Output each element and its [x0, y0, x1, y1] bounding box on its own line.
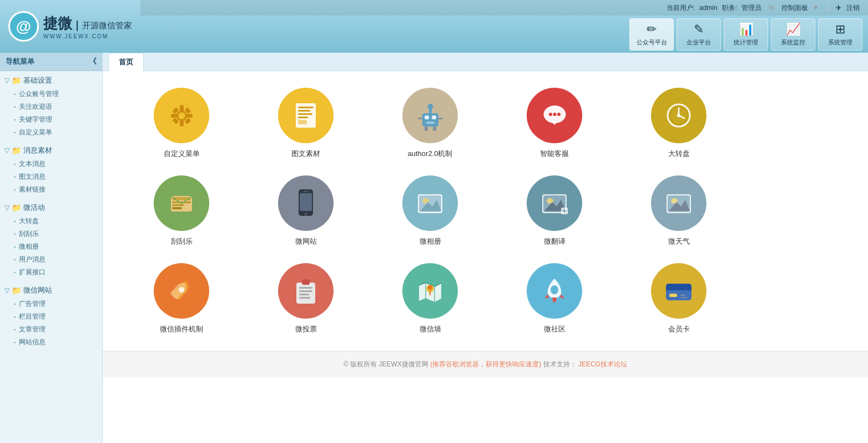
nav-buttons: ✏ 公众号平台 ✎ 企业平台 📊 统计管理 📈 系统监控 ⊞ 系统管理	[624, 16, 868, 53]
sidebar-item-public-account[interactable]: ▪ 公众账号管理	[3, 88, 102, 100]
icon-item-author2[interactable]: author2.0机制	[374, 88, 487, 159]
chat-icon	[539, 100, 570, 131]
sidebar-item-ext-api[interactable]: ▪ 扩展接口	[3, 266, 102, 279]
sidebar-item-user-message[interactable]: ▪ 用户消息	[3, 253, 102, 266]
folder-icon-website: 📁	[12, 286, 21, 295]
svg-rect-4	[171, 114, 177, 118]
svg-rect-68	[299, 297, 310, 299]
sidebar-item-ad-mgmt[interactable]: ▪ 广告管理	[3, 298, 102, 310]
svg-rect-24	[425, 127, 428, 131]
icon-item-micro-weather[interactable]: 微天气	[622, 175, 735, 246]
icon-circle-micro-weather	[651, 175, 706, 231]
logout-link[interactable]: 注销	[846, 3, 860, 13]
icon-item-member-card[interactable]: 会员卡	[622, 263, 735, 334]
user-name: admin	[699, 4, 718, 12]
icon-label-member-card: 会员卡	[668, 324, 690, 334]
icon-circle-big-wheel	[651, 88, 706, 143]
icon-item-micro-vote[interactable]: 微投票	[249, 263, 362, 334]
nav-public-platform-label: 公众号平台	[637, 38, 667, 47]
sidebar-item-text-message-label: 文本消息	[19, 159, 46, 169]
map-icon	[413, 274, 447, 308]
sidebar-item-ext-api-label: 扩展接口	[19, 268, 46, 277]
icon-item-wechat-wall[interactable]: 微信墙	[374, 263, 487, 334]
sidebar-item-material-link[interactable]: ▪ 素材链接	[3, 183, 102, 196]
gear-icon	[166, 100, 197, 131]
svg-rect-16	[422, 113, 438, 127]
item-icon: ▪	[14, 339, 16, 345]
icon-item-scratch[interactable]: 刮刮乐	[125, 175, 238, 246]
sidebar-item-scratch[interactable]: ▪ 刮刮乐	[3, 228, 102, 240]
nav-enterprise-platform[interactable]: ✎ 企业平台	[677, 18, 721, 51]
tree-folder-website[interactable]: ▽ 📁 微信网站	[0, 283, 102, 298]
sidebar-item-custom-menu-label: 自定义菜单	[19, 128, 52, 137]
item-icon: ▪	[14, 104, 16, 110]
svg-rect-2	[180, 105, 184, 111]
sidebar-item-article-mgmt-label: 文章管理	[19, 325, 46, 334]
tree-folder-activities[interactable]: ▽ 📁 微活动	[0, 200, 102, 215]
svg-rect-67	[299, 294, 309, 295]
svg-rect-76	[680, 295, 685, 296]
nav-public-platform[interactable]: ✏ 公众号平台	[629, 18, 674, 51]
main-layout: 导航菜单 《 ▽ 📁 基础设置 ▪ 公众账号管理 ▪ 关注欢迎语 ▪	[0, 53, 868, 443]
sidebar-item-public-account-label: 公众账号管理	[19, 89, 59, 99]
panel-link[interactable]: 控制面板	[781, 3, 808, 13]
folder-expand-icon: ▽	[4, 77, 9, 84]
logo-area: @ 捷微 开源微信管家 WWW.JEEWX.COM	[0, 0, 140, 53]
svg-rect-77	[680, 297, 687, 298]
tree-folder-material[interactable]: ▽ 📁 消息素材	[0, 143, 102, 158]
item-icon: ▪	[14, 231, 16, 237]
folder-icon-basic: 📁	[12, 76, 21, 85]
icon-item-wechat-plugin[interactable]: 微信插件机制	[125, 263, 238, 334]
icon-item-big-wheel[interactable]: 大转盘	[622, 88, 735, 159]
item-icon: ▪	[14, 218, 16, 224]
doc-icon	[289, 99, 322, 132]
nav-sys-mgmt[interactable]: ⊞ 系统管理	[818, 18, 862, 51]
icon-circle-micro-translate	[527, 175, 582, 231]
icon-item-micro-album[interactable]: 微相册	[374, 175, 487, 246]
footer-support-link[interactable]: JEECG技术论坛	[578, 360, 627, 368]
sidebar-item-scratch-label: 刮刮乐	[19, 229, 39, 239]
icon-item-custom-menu[interactable]: 自定义菜单	[125, 88, 238, 159]
sidebar-item-text-message[interactable]: ▪ 文本消息	[3, 158, 102, 170]
sidebar-item-site-info-label: 网站信息	[19, 338, 46, 347]
item-icon: ▪	[14, 244, 16, 250]
sidebar-item-keyword-mgmt[interactable]: ▪ 关键字管理	[3, 113, 102, 126]
sidebar-item-site-info[interactable]: ▪ 网站信息	[3, 336, 102, 349]
icon-item-graphic-material[interactable]: 图文素材	[249, 88, 362, 159]
icon-circle-custom-menu	[154, 88, 209, 143]
footer-browser-link[interactable]: (推荐谷歌浏览器，获得更快响应速度)	[430, 360, 541, 368]
sidebar-item-graphic-message[interactable]: ▪ 图文消息	[3, 170, 102, 183]
item-icon: ▪	[14, 269, 16, 275]
icon-item-smart-service[interactable]: 智能客服	[498, 88, 611, 159]
item-icon: ▪	[14, 174, 16, 180]
role-name: 管理员	[741, 3, 761, 13]
icon-circle-micro-vote	[278, 263, 334, 319]
tree-folder-basic[interactable]: ▽ 📁 基础设置	[0, 73, 102, 88]
tab-home[interactable]: 首页	[108, 53, 144, 71]
tree-children-basic: ▪ 公众账号管理 ▪ 关注欢迎语 ▪ 关键字管理 ▪ 自定义菜单	[0, 88, 102, 139]
icon-item-micro-site[interactable]: 微网站	[249, 175, 362, 246]
icon-label-wechat-wall: 微信墙	[420, 324, 441, 334]
svg-point-29	[557, 113, 561, 116]
sidebar-item-big-wheel[interactable]: ▪ 大转盘	[3, 215, 102, 228]
logo-icon: @	[8, 11, 39, 42]
icon-circle-author2	[402, 88, 458, 143]
sidebar-item-column-mgmt[interactable]: ▪ 栏目管理	[3, 310, 102, 323]
sidebar-item-follow-greeting[interactable]: ▪ 关注欢迎语	[3, 100, 102, 113]
nav-stats-mgmt[interactable]: 📊 统计管理	[724, 18, 768, 51]
icon-item-micro-translate[interactable]: 微翻译	[498, 175, 611, 246]
content-tabs: 首页	[103, 53, 868, 71]
logo-text: 捷微 开源微信管家 WWW.JEEWX.COM	[43, 14, 132, 39]
icon-item-micro-community[interactable]: 微社区	[498, 263, 611, 334]
enterprise-icon: ✎	[694, 22, 704, 37]
icon-circle-micro-album	[402, 175, 458, 231]
dashboard: 自定义菜单 图文素材	[103, 71, 868, 351]
sidebar: 导航菜单 《 ▽ 📁 基础设置 ▪ 公众账号管理 ▪ 关注欢迎语 ▪	[0, 53, 103, 443]
sidebar-item-article-mgmt[interactable]: ▪ 文章管理	[3, 323, 102, 336]
sidebar-item-micro-album[interactable]: ▪ 微相册	[3, 240, 102, 253]
sidebar-item-custom-menu[interactable]: ▪ 自定义菜单	[3, 126, 102, 139]
collapse-button[interactable]: 《	[89, 57, 97, 67]
tree-children-website: ▪ 广告管理 ▪ 栏目管理 ▪ 文章管理 ▪ 网站信息	[0, 298, 102, 349]
nav-sys-monitor[interactable]: 📈 系统监控	[771, 18, 815, 51]
tree-group-basic: ▽ 📁 基础设置 ▪ 公众账号管理 ▪ 关注欢迎语 ▪ 关键字管理 ▪	[0, 71, 102, 141]
